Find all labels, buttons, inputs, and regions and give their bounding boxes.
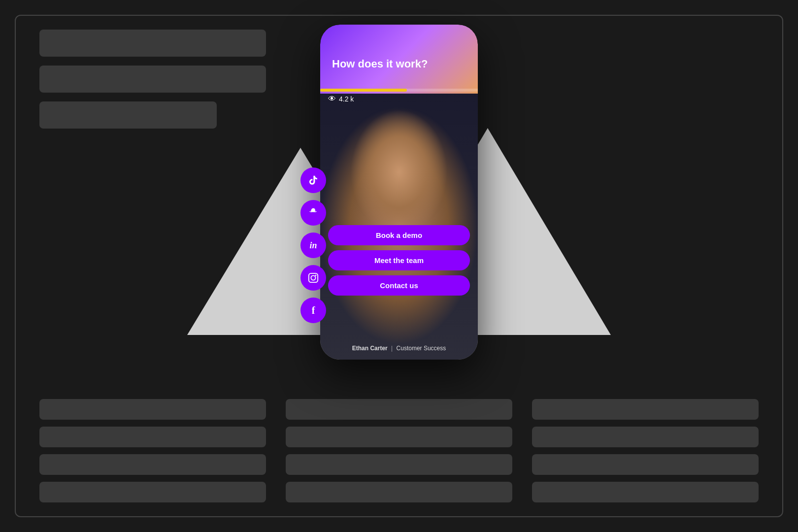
views-counter: 👁 4.2 k (328, 95, 354, 103)
meet-team-button[interactable]: Meet the team (328, 250, 470, 270)
facebook-button[interactable]: f (300, 298, 326, 323)
contact-us-button[interactable]: Contact us (328, 275, 470, 296)
linkedin-icon: in (309, 240, 317, 251)
bottom-col-middle (281, 399, 517, 502)
views-count: 4.2 k (339, 95, 354, 103)
caption-role: Customer Success (397, 345, 446, 352)
progress-bar-wrap (320, 89, 478, 92)
snapchat-button[interactable] (300, 200, 326, 226)
wireframe-bar-2 (39, 66, 266, 93)
bottom-bar-l2 (39, 427, 266, 447)
svg-point-2 (315, 275, 317, 276)
wireframe-bar-1 (39, 30, 266, 57)
eye-icon: 👁 (328, 95, 336, 103)
caption-name: Ethan Carter (352, 345, 388, 352)
phone-cta-buttons: Book a demo Meet the team Contact us (328, 225, 470, 296)
svg-rect-0 (309, 273, 318, 282)
social-icons: in f (300, 167, 326, 323)
svg-point-1 (311, 275, 315, 280)
bottom-bar-l1 (39, 399, 266, 420)
progress-bar-fill (320, 89, 407, 92)
facebook-icon: f (312, 305, 315, 316)
caption-divider: | (390, 345, 395, 352)
bottom-col-right (532, 399, 759, 502)
bottom-bar-r3 (532, 454, 759, 475)
bottom-bar-l3 (39, 454, 266, 475)
bottom-bar-r2 (532, 427, 759, 447)
instagram-button[interactable] (300, 265, 326, 291)
phone-mockup: How does it work? 👁 4.2 k Book a demo Me… (320, 25, 478, 360)
bottom-bar-m3 (286, 454, 512, 475)
bottom-bar-l4 (39, 482, 266, 502)
phone-frame: How does it work? 👁 4.2 k Book a demo Me… (320, 25, 478, 360)
phone-caption: Ethan Carter | Customer Success (320, 345, 478, 352)
bottom-bar-r1 (532, 399, 759, 420)
bottom-bar-m2 (286, 427, 512, 447)
linkedin-button[interactable]: in (300, 233, 326, 258)
bottom-bar-m4 (286, 482, 512, 502)
phone-header: How does it work? (320, 25, 478, 94)
bottom-bar-m1 (286, 399, 512, 420)
bottom-col-left (39, 399, 266, 502)
tiktok-button[interactable] (300, 167, 326, 193)
phone-header-title: How does it work? (332, 58, 428, 70)
bottom-wireframes (39, 399, 759, 502)
bottom-bar-r4 (532, 482, 759, 502)
book-demo-button[interactable]: Book a demo (328, 225, 470, 245)
